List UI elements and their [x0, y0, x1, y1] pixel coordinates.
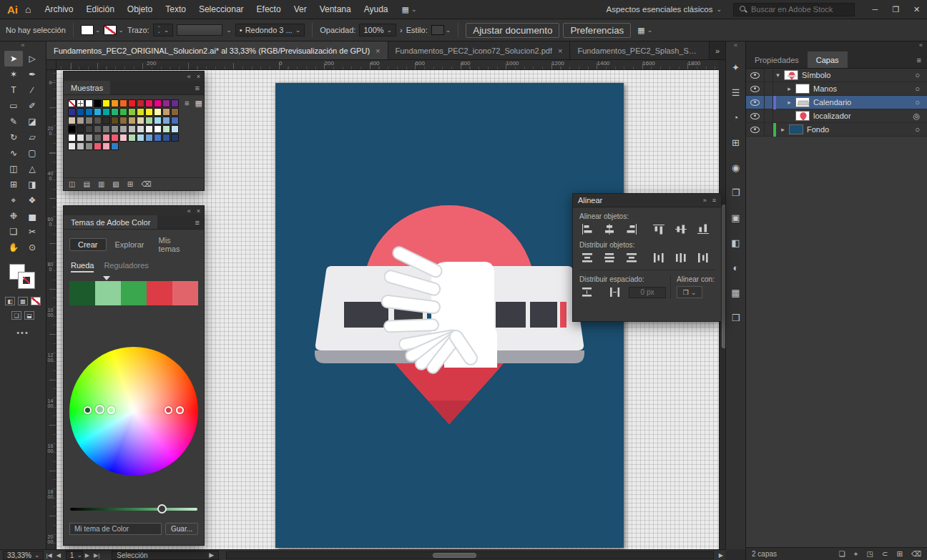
direct-selection-tool[interactable]: ▷	[23, 51, 41, 67]
theme-name-field[interactable]: Mi tema de Color	[69, 523, 162, 535]
theme-swatch[interactable]	[95, 281, 121, 305]
color-mode-button[interactable]: ◧	[5, 297, 15, 305]
color-swatch[interactable]	[102, 134, 110, 142]
color-swatch[interactable]	[111, 99, 119, 107]
color-swatch[interactable]	[162, 117, 170, 124]
layer-name[interactable]: Fondo	[807, 125, 829, 134]
color-swatch[interactable]	[145, 117, 153, 124]
color-swatch[interactable]	[162, 99, 170, 107]
brushes-panel-icon[interactable]: ❒	[727, 309, 745, 326]
gradient-tool[interactable]: ◨	[23, 177, 41, 192]
color-swatch[interactable]	[162, 134, 170, 142]
save-theme-button[interactable]: Guar...	[165, 523, 198, 535]
color-swatch[interactable]	[102, 125, 110, 133]
style-dropdown[interactable]: ⌄	[431, 25, 451, 35]
theme-swatch[interactable]	[69, 281, 95, 305]
menu-ayuda[interactable]: Ayuda	[358, 0, 395, 19]
tab-mis-temas[interactable]: Mis temas	[152, 235, 198, 255]
opacity-submenu-icon[interactable]: ›	[400, 26, 403, 34]
color-swatch[interactable]	[102, 142, 110, 150]
layer-row-calendario[interactable]: ▸ Calendario ○	[746, 96, 927, 109]
menu-ventana[interactable]: Ventana	[313, 0, 358, 19]
color-swatch[interactable]	[94, 108, 102, 116]
align-center-h-icon[interactable]	[602, 223, 617, 235]
eraser-tool[interactable]: ◪	[23, 114, 41, 129]
color-swatch[interactable]	[85, 125, 93, 133]
color-swatch[interactable]	[145, 134, 153, 142]
color-swatch[interactable]	[102, 108, 110, 116]
grid-view-icon[interactable]: ▦	[195, 99, 202, 150]
color-swatch[interactable]	[154, 117, 162, 124]
tab-propiedades[interactable]: Propiedades	[746, 51, 808, 68]
new-layer-icon[interactable]: ⊞	[896, 550, 902, 558]
vertical-space-icon[interactable]	[579, 286, 595, 298]
none-mode-button[interactable]	[31, 297, 41, 305]
color-swatch[interactable]	[137, 117, 144, 124]
horizontal-scrollbar[interactable]	[226, 551, 714, 559]
zoom-tool[interactable]: ⊙	[23, 240, 41, 255]
locate-object-icon[interactable]: ⌖	[854, 550, 858, 559]
brightness-slider-track[interactable]	[70, 508, 197, 511]
color-swatch[interactable]	[77, 125, 84, 133]
list-view-icon[interactable]: ≡	[185, 99, 189, 150]
workspace-switcher[interactable]: Aspectos esenciales clásicos ⌄	[607, 5, 722, 14]
close-tab-icon[interactable]: ×	[376, 46, 380, 55]
document-arrange-control[interactable]: ▦ ⌄	[637, 26, 652, 35]
artboards-panel-icon[interactable]: ❐	[727, 184, 745, 201]
shape-builder-tool[interactable]: ◫	[4, 161, 23, 177]
color-swatch[interactable]	[119, 99, 127, 107]
align-middle-v-icon[interactable]	[673, 223, 689, 235]
stroke-color-control[interactable]: ⌄	[104, 25, 124, 35]
document-tab[interactable]: Fundamentos_PEC2_icono72_Solucion2.pdf ×	[388, 41, 571, 59]
collapse-panel-icon[interactable]: «	[187, 73, 191, 80]
target-appearance-icon[interactable]: ◎	[913, 112, 920, 121]
fit-document-button[interactable]: Ajustar documento	[466, 23, 559, 38]
pen-tool[interactable]: ✒	[23, 67, 41, 82]
distribute-top-icon[interactable]	[579, 252, 595, 264]
visibility-toggle[interactable]	[746, 109, 765, 122]
color-swatch[interactable]	[119, 125, 127, 133]
target-circle-icon[interactable]: ○	[915, 98, 920, 107]
menu-objeto[interactable]: Objeto	[121, 0, 159, 19]
libraries-panel-icon[interactable]: ✦	[727, 59, 745, 76]
color-swatch[interactable]	[171, 108, 179, 116]
wheel-marker[interactable]	[165, 406, 172, 414]
stock-search[interactable]	[733, 3, 855, 16]
color-swatch[interactable]	[111, 125, 119, 133]
layer-name[interactable]: Calendario	[813, 98, 851, 107]
delete-swatch-icon[interactable]: ⌫	[141, 180, 151, 188]
graphic-styles-panel-icon[interactable]: ◧	[727, 234, 745, 251]
distribute-bottom-icon[interactable]	[624, 252, 639, 264]
panel-menu-icon[interactable]: ≡	[917, 51, 927, 68]
layer-row-localizador[interactable]: localizador ◎	[746, 109, 927, 123]
color-swatch[interactable]	[85, 142, 93, 150]
hand-tool[interactable]: ✋	[4, 240, 23, 255]
stroke-weight-stepper[interactable]: ⌃⌄ ⌄	[153, 24, 174, 36]
horizontal-space-icon[interactable]	[607, 286, 623, 298]
menu-efecto[interactable]: Efecto	[250, 0, 288, 19]
screen-mode-button[interactable]: ⬓	[24, 311, 34, 320]
rotate-tool[interactable]: ↻	[4, 129, 23, 145]
wheel-marker[interactable]	[95, 405, 104, 414]
preferences-button[interactable]: Preferencias	[563, 23, 631, 38]
wheel-marker[interactable]	[107, 406, 115, 414]
make-mask-icon[interactable]: ◳	[866, 550, 873, 558]
color-swatch[interactable]	[119, 117, 127, 124]
color-swatch[interactable]	[145, 125, 153, 133]
eyedropper-tool[interactable]: ⌖	[4, 192, 23, 208]
slice-tool[interactable]: ✂	[23, 224, 41, 240]
expand-panels-icon[interactable]: «	[726, 41, 745, 51]
color-swatch[interactable]	[68, 117, 76, 124]
color-swatch[interactable]	[137, 99, 144, 107]
color-swatch[interactable]	[137, 134, 144, 142]
color-swatch[interactable]	[94, 117, 102, 124]
visibility-toggle[interactable]	[746, 82, 765, 95]
visibility-toggle[interactable]	[746, 96, 765, 109]
panel-menu-icon[interactable]: ≡	[195, 215, 204, 229]
color-panel-icon[interactable]: ◔	[727, 109, 745, 126]
close-panel-icon[interactable]: ×	[197, 73, 200, 80]
distribute-left-icon[interactable]	[651, 252, 667, 264]
next-artboard-icon[interactable]: ▶	[85, 552, 89, 559]
type-tool[interactable]: T	[4, 82, 23, 98]
paintbrush-tool[interactable]: ✐	[23, 98, 41, 114]
